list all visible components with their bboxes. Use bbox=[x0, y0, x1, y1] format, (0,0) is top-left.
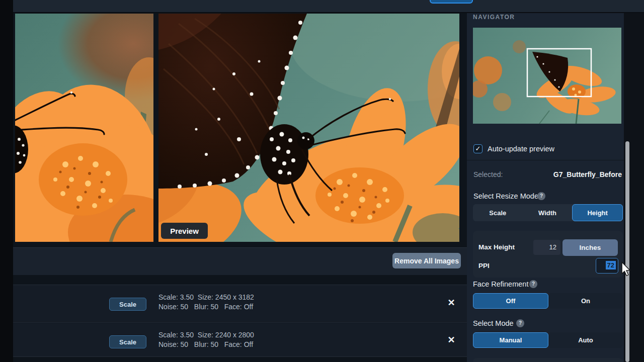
help-icon[interactable]: ? bbox=[537, 192, 545, 200]
check-icon: ✓ bbox=[475, 145, 481, 152]
sidebar-divider bbox=[467, 160, 624, 160]
remove-all-images-button[interactable]: Remove All Images bbox=[392, 253, 461, 268]
auto-update-label: Auto-update preview bbox=[488, 145, 554, 153]
scrollbar-thumb[interactable] bbox=[625, 141, 629, 362]
select-mode-toggle: Manual Auto bbox=[473, 332, 623, 348]
face-refinement-toggle: Off On bbox=[473, 293, 623, 309]
close-icon[interactable]: ✕ bbox=[445, 296, 458, 309]
resize-mode-segmented-control: Scale Width Height bbox=[473, 204, 623, 221]
navigator-title: NAVIGATOR bbox=[473, 14, 515, 21]
next-section-panel bbox=[473, 358, 623, 362]
top-bar bbox=[13, 0, 644, 13]
resize-mode-label: Select Resize Mode bbox=[473, 192, 538, 200]
help-icon[interactable]: ? bbox=[516, 319, 524, 327]
queue-row[interactable]: Scale Scale: 3.50 Size: 2450 x 3182Noise… bbox=[13, 285, 467, 321]
face-refinement-on[interactable]: On bbox=[548, 293, 623, 309]
navigator-image bbox=[473, 28, 621, 124]
face-refinement-label: Face Refinement bbox=[473, 280, 528, 288]
max-height-input[interactable]: 12 bbox=[533, 240, 560, 255]
selected-filename: G7_Butterfly_Before bbox=[553, 170, 622, 178]
row-scale-button[interactable]: Scale bbox=[109, 335, 146, 348]
row-stats-line2: Noise: 50 Blur: 50 Face: Off bbox=[158, 340, 253, 348]
row-stats-line2: Noise: 50 Blur: 50 Face: Off bbox=[158, 303, 253, 311]
row-stats: Scale: 3.50 Size: 2450 x 3182Noise: 50 B… bbox=[158, 293, 254, 312]
resize-option-height[interactable]: Height bbox=[572, 204, 623, 221]
row-stats-line1: Scale: 3.50 Size: 2450 x 3182 bbox=[158, 293, 254, 301]
resize-option-width[interactable]: Width bbox=[523, 204, 573, 221]
auto-update-checkbox[interactable]: ✓ bbox=[473, 144, 482, 153]
navigator-thumbnail[interactable] bbox=[473, 28, 621, 124]
selected-label: Selected: bbox=[473, 170, 503, 178]
preview-badge-label: Preview bbox=[170, 227, 199, 235]
dimensions-panel: Max Height 12 Inches PPI 72 bbox=[473, 231, 623, 278]
help-icon[interactable]: ? bbox=[529, 280, 537, 288]
ppi-selected-text: 72 bbox=[606, 261, 616, 269]
top-partial-button[interactable] bbox=[430, 0, 473, 4]
image-panel-original[interactable] bbox=[15, 14, 153, 242]
close-icon[interactable]: ✕ bbox=[445, 333, 458, 346]
resize-option-scale[interactable]: Scale bbox=[473, 204, 523, 221]
app-window: Preview Remove All Images Scale Scale: 3… bbox=[0, 0, 644, 362]
row-stats: Scale: 3.50 Size: 2240 x 2800Noise: 50 B… bbox=[158, 330, 254, 349]
preview-image bbox=[158, 14, 459, 242]
ppi-label: PPI bbox=[478, 262, 490, 269]
preview-badge: Preview bbox=[161, 223, 208, 239]
select-mode-auto[interactable]: Auto bbox=[548, 332, 623, 348]
max-height-label: Max Height bbox=[478, 243, 515, 251]
image-panel-preview[interactable]: Preview bbox=[158, 14, 459, 242]
unit-button[interactable]: Inches bbox=[562, 239, 618, 256]
original-image bbox=[15, 14, 153, 242]
row-stats-line1: Scale: 3.50 Size: 2240 x 2800 bbox=[158, 331, 254, 339]
select-mode-label: Select Mode bbox=[473, 319, 514, 327]
queue-row[interactable]: Scale Scale: 3.50 Size: 2240 x 2800Noise… bbox=[13, 322, 467, 357]
ppi-input[interactable]: 72 bbox=[596, 258, 618, 274]
left-edge-strip bbox=[0, 0, 13, 362]
select-mode-manual[interactable]: Manual bbox=[473, 332, 548, 348]
row-scale-button[interactable]: Scale bbox=[109, 298, 146, 311]
face-refinement-off[interactable]: Off bbox=[473, 293, 548, 309]
